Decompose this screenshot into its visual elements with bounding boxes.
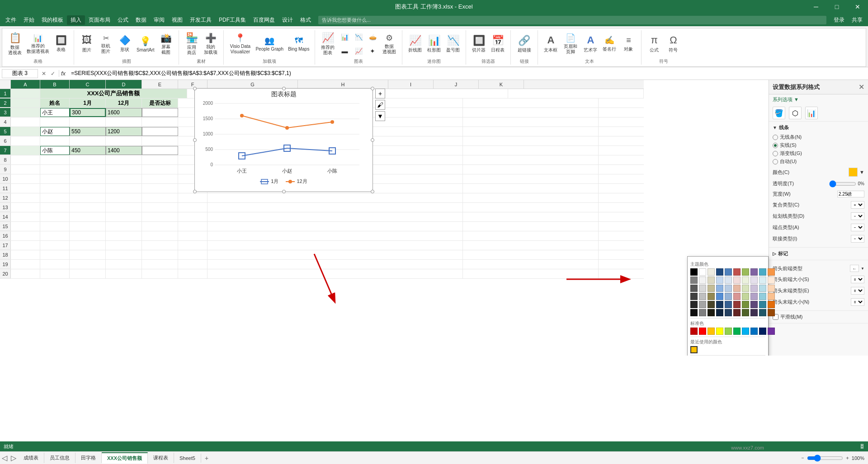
- cell-D14[interactable]: [106, 212, 142, 221]
- chart-add-button[interactable]: +: [375, 89, 385, 98]
- row-num-1[interactable]: 1: [0, 89, 11, 98]
- tc4-6[interactable]: [733, 293, 741, 300]
- menu-data[interactable]: 数据: [132, 15, 150, 25]
- tc4-9[interactable]: [759, 293, 766, 300]
- tc5-4[interactable]: [716, 301, 723, 308]
- cell-D8[interactable]: [106, 155, 142, 164]
- row-num-15[interactable]: 15: [0, 222, 11, 231]
- arrow-end-size-select[interactable]: ≡: [851, 298, 864, 306]
- cell-D3[interactable]: 1600: [106, 108, 142, 117]
- pivot-table-button[interactable]: 📋 数据透视表: [6, 30, 24, 57]
- cell-C3[interactable]: 300: [70, 108, 106, 117]
- tc6-1[interactable]: [690, 309, 698, 316]
- theme-color-green[interactable]: [742, 268, 749, 276]
- col-header-K[interactable]: K: [479, 80, 524, 89]
- cell-E3[interactable]: [142, 108, 178, 117]
- recommended-pivot-button[interactable]: 📊 推荐的数据透视表: [25, 30, 51, 57]
- tc6-8[interactable]: [750, 309, 758, 316]
- wordart-button[interactable]: A 艺术字: [581, 30, 599, 57]
- header-footer-button[interactable]: 📄 页眉和页脚: [561, 30, 580, 57]
- cell-E15[interactable]: [142, 222, 178, 231]
- row-num-6[interactable]: 6: [0, 136, 11, 145]
- theme-color-palepurple[interactable]: [750, 277, 758, 284]
- cell-C5[interactable]: 550: [70, 127, 106, 136]
- row-num-20[interactable]: 20: [0, 269, 11, 278]
- cell-B12[interactable]: [40, 193, 70, 202]
- theme-color-lightgray[interactable]: [699, 277, 706, 284]
- line-chart-button[interactable]: 📉: [352, 31, 365, 43]
- panel-subtitle[interactable]: 系列选项 ▼: [769, 94, 868, 105]
- width-input[interactable]: [837, 191, 864, 197]
- bing-maps-button[interactable]: 🗺 Bing Maps: [286, 30, 311, 57]
- tc4-1[interactable]: [690, 293, 698, 300]
- row-num-2[interactable]: 2: [0, 98, 11, 108]
- join-type-select[interactable]: ─: [851, 235, 864, 243]
- cell-B11[interactable]: [40, 184, 70, 193]
- theme-color-lightblue2[interactable]: [725, 285, 732, 292]
- cell-A6[interactable]: [11, 136, 40, 145]
- cell-E19[interactable]: [142, 260, 178, 269]
- tc6-3[interactable]: [708, 309, 715, 316]
- tc6-9[interactable]: [759, 309, 766, 316]
- search-bar[interactable]: 告诉我您想要做什么...: [318, 16, 826, 24]
- cell-C15[interactable]: [70, 222, 106, 231]
- cell-E12[interactable]: [142, 193, 178, 202]
- cell-E20[interactable]: [142, 269, 178, 278]
- my-addins-button[interactable]: ➕ 我的加载项: [202, 30, 220, 57]
- arrow-start-type-dropdown[interactable]: ▼: [861, 267, 864, 271]
- theme-color-lavender[interactable]: [750, 285, 758, 292]
- visio-button[interactable]: 📍 Visio DataVisualizer: [227, 30, 253, 57]
- col-header-E[interactable]: E: [142, 80, 178, 89]
- sheet-tab-xxx[interactable]: XXX公司销售额: [102, 452, 148, 464]
- share-button[interactable]: 共享: [848, 15, 866, 25]
- theme-color-palered[interactable]: [733, 277, 741, 284]
- recent-color-1[interactable]: [690, 346, 698, 353]
- cell-C19[interactable]: [70, 260, 106, 269]
- cell-E5[interactable]: [142, 127, 178, 136]
- timeline-button[interactable]: 📅 日程表: [489, 30, 507, 57]
- cell-A20[interactable]: [11, 269, 40, 278]
- theme-color-palblue[interactable]: [716, 277, 723, 284]
- compound-type-select[interactable]: ═: [851, 201, 864, 209]
- theme-color-paleblue2[interactable]: [725, 277, 732, 284]
- cell-F18[interactable]: [178, 250, 208, 259]
- cell-A8[interactable]: [11, 155, 40, 164]
- theme-color-black[interactable]: [690, 268, 698, 276]
- pivot-chart-button[interactable]: ⚙ 数据透视图: [380, 30, 398, 57]
- cell-F19[interactable]: [178, 260, 208, 269]
- tc6-2[interactable]: [699, 309, 706, 316]
- std-color-red[interactable]: [699, 328, 706, 335]
- row-num-8[interactable]: 8: [0, 155, 11, 164]
- cell-B17[interactable]: [40, 241, 70, 250]
- cell-B14[interactable]: [40, 212, 70, 221]
- picture-button[interactable]: 🖼 图片: [78, 30, 96, 57]
- area-chart-button[interactable]: 📈: [352, 45, 365, 57]
- cell-C16[interactable]: [70, 231, 106, 240]
- sheet-nav-right[interactable]: ▷: [9, 454, 18, 462]
- std-color-lightgreen[interactable]: [725, 328, 732, 335]
- cell-A12[interactable]: [11, 193, 40, 202]
- menu-layout[interactable]: 页面布局: [85, 15, 114, 25]
- cell-D9[interactable]: [106, 165, 142, 174]
- chart-handle-bl[interactable]: [193, 190, 197, 193]
- theme-color-khaki[interactable]: [708, 285, 715, 292]
- cell-C9[interactable]: [70, 165, 106, 174]
- shapes-button[interactable]: 🔷 形状: [116, 30, 134, 57]
- cell-A15[interactable]: [11, 222, 40, 231]
- cell-D2[interactable]: 12月: [106, 98, 142, 108]
- cell-A19[interactable]: [11, 260, 40, 269]
- name-box[interactable]: 图表 3: [2, 69, 38, 78]
- cell-C12[interactable]: [70, 193, 106, 202]
- tc4-10[interactable]: [768, 293, 775, 300]
- row-num-11[interactable]: 11: [0, 184, 11, 193]
- cell-F20[interactable]: [178, 269, 208, 278]
- cell-B4[interactable]: [40, 117, 70, 127]
- theme-color-midgray[interactable]: [699, 285, 706, 292]
- menu-developer[interactable]: 开发工具: [186, 15, 215, 25]
- theme-color-palecyan[interactable]: [759, 277, 766, 284]
- cell-C20[interactable]: [70, 269, 106, 278]
- tc5-8[interactable]: [750, 301, 758, 308]
- menu-review[interactable]: 审阅: [150, 15, 168, 25]
- no-line-option[interactable]: 无线条(N): [773, 134, 864, 141]
- column-chart-button[interactable]: 📊: [338, 31, 351, 43]
